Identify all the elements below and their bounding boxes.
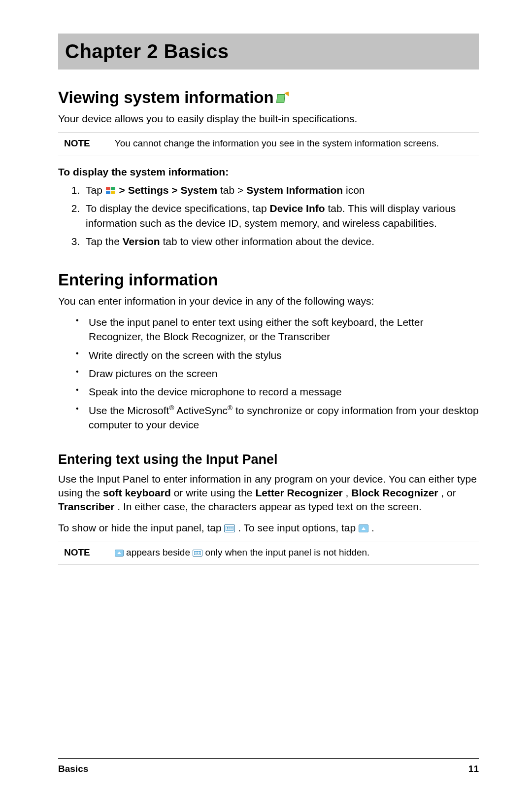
step-text: To display the device specifications, ta… <box>86 203 270 214</box>
para-text: or write using the <box>174 487 256 498</box>
para-strong: Letter Recognizer <box>255 487 342 498</box>
step-strong: > Settings > System <box>119 184 218 196</box>
step-text: icon <box>346 184 365 196</box>
steps-list: Tap > Settings > System tab > System Inf… <box>58 183 479 249</box>
step-2: To display the device specifications, ta… <box>83 201 479 230</box>
note-text: appears beside <box>126 547 193 558</box>
section-heading-entering-text: Entering information <box>58 271 218 289</box>
registered-mark: ® <box>228 404 233 412</box>
para-text: , or <box>441 487 456 498</box>
section-heading-entering: Entering information <box>58 271 479 289</box>
list-item: Speak into the device microphone to reco… <box>76 384 479 399</box>
list-item: Use the Microsoft® ActiveSync® to synchr… <box>76 403 479 432</box>
para-text: To show or hide the input panel, tap <box>58 522 224 533</box>
note-box-1: NOTE You cannot change the information y… <box>58 133 479 155</box>
windows-flag-icon <box>105 186 116 195</box>
system-info-icon <box>277 91 291 104</box>
step-strong: Version <box>123 236 160 247</box>
list-item: Use the input panel to enter text using … <box>76 315 479 344</box>
keyboard-icon <box>193 550 202 557</box>
para-text: . In either case, the characters appear … <box>117 501 422 512</box>
para-strong: soft keyboard <box>103 487 171 498</box>
list-item: Draw pictures on the screen <box>76 366 479 381</box>
bullet-text: Use the Microsoft <box>89 405 169 416</box>
note-text: only when the input panel is not hidden. <box>205 547 370 558</box>
para-text: , <box>346 487 352 498</box>
footer-page-number: 11 <box>468 764 479 774</box>
document-page: Chapter 2 Basics Viewing system informat… <box>0 0 532 802</box>
note-body: You cannot change the information you se… <box>115 137 479 150</box>
step-text: tab > <box>220 184 246 196</box>
page-footer: Basics 11 <box>58 758 479 774</box>
entering-intro: You can enter information in your device… <box>58 294 479 308</box>
chapter-title: Chapter 2 Basics <box>58 34 479 70</box>
step-1: Tap > Settings > System tab > System Inf… <box>83 183 479 197</box>
footer-section: Basics <box>58 764 88 774</box>
bullet-text: ActiveSync <box>176 405 228 416</box>
step-strong: Device Info <box>270 203 325 214</box>
para-strong: Block Recognizer <box>351 487 438 498</box>
registered-mark: ® <box>169 404 174 412</box>
step-text: Tap the <box>86 236 123 247</box>
para-text: . <box>371 522 374 533</box>
subheading-display-sysinfo: To display the system information: <box>58 166 479 178</box>
arrow-up-icon <box>359 524 368 532</box>
note-body: appears beside only when the input panel… <box>115 546 479 559</box>
step-text: Tap <box>86 184 105 196</box>
bullets-list: Use the input panel to enter text using … <box>58 315 479 432</box>
arrow-up-icon <box>115 550 124 557</box>
section-heading-viewing-text: Viewing system information <box>58 88 274 107</box>
viewing-intro: Your device allows you to easily display… <box>58 112 479 126</box>
step-3: Tap the Version tab to view other inform… <box>83 234 479 248</box>
list-item: Write directly on the screen with the st… <box>76 348 479 362</box>
step-text: tab to view other information about the … <box>163 236 374 247</box>
note-box-2: NOTE appears beside only when the input … <box>58 542 479 564</box>
note-label: NOTE <box>58 546 90 559</box>
step-strong: System Information <box>246 184 343 196</box>
input-panel-paragraph: Use the Input Panel to enter information… <box>58 472 479 514</box>
keyboard-icon <box>224 524 235 532</box>
show-hide-paragraph: To show or hide the input panel, tap . T… <box>58 521 479 535</box>
para-strong: Transcriber <box>58 501 114 512</box>
note-label: NOTE <box>58 137 90 150</box>
subsection-heading-input-panel: Entering text using the Input Panel <box>58 452 479 467</box>
section-heading-viewing: Viewing system information <box>58 88 479 107</box>
para-text: . To see input options, tap <box>238 522 359 533</box>
